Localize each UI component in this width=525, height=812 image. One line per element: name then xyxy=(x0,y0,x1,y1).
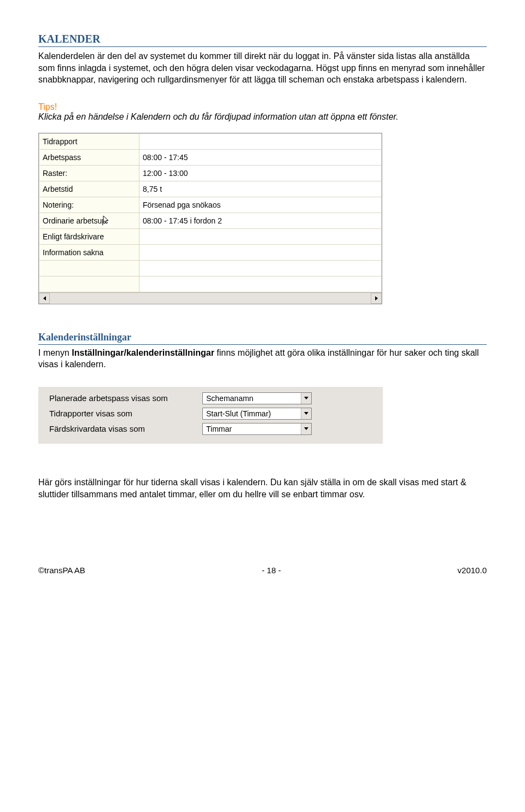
table-row: Ordinarie arbetsup 08:00 - 17:45 i fordo… xyxy=(39,213,382,228)
table-row: Information sakna xyxy=(39,244,382,260)
select-value: Start-Slut (Timmar) xyxy=(203,408,301,419)
select-value: Schemanamn xyxy=(203,393,301,404)
cell-value xyxy=(139,244,382,260)
scroll-left-icon[interactable] xyxy=(39,293,50,304)
cell-label: Arbetspass xyxy=(39,149,139,165)
chevron-down-icon[interactable] xyxy=(301,408,311,419)
settings-row: Färdskrivardata visas som Timmar xyxy=(49,423,377,435)
select-value: Timmar xyxy=(203,423,301,434)
table-row xyxy=(39,276,382,292)
table-row: Arbetspass 08:00 - 17:45 xyxy=(39,149,382,165)
scroll-right-icon[interactable] xyxy=(371,293,382,304)
settings-label: Tidrapporter visas som xyxy=(49,409,202,418)
table-row: Raster: 12:00 - 13:00 xyxy=(39,165,382,181)
table-row: Tidrapport xyxy=(39,133,382,149)
settings-row: Tidrapporter visas som Start-Slut (Timma… xyxy=(49,408,377,420)
cell-value xyxy=(139,260,382,276)
select-planerade[interactable]: Schemanamn xyxy=(202,392,312,404)
settings-label: Planerade arbetspass visas som xyxy=(49,393,202,403)
chevron-down-icon[interactable] xyxy=(301,393,311,404)
tips-label: Tips! xyxy=(38,102,487,112)
cell-label: Ordinarie arbetsup xyxy=(39,213,139,228)
cell-value xyxy=(139,228,382,244)
paragraph-settings-desc: Här görs inställningar för hur tiderna s… xyxy=(38,476,487,500)
cell-value: 12:00 - 13:00 xyxy=(139,165,382,181)
cell-value xyxy=(139,133,382,149)
cell-label: Raster: xyxy=(39,165,139,181)
cell-label xyxy=(39,276,139,292)
heading-kalender: KALENDER xyxy=(38,33,487,47)
settings-row: Planerade arbetspass visas som Schemanam… xyxy=(49,392,377,404)
settings-panel: Planerade arbetspass visas som Schemanam… xyxy=(38,387,383,444)
cell-value: 8,75 t xyxy=(139,181,382,197)
cell-label: Arbetstid xyxy=(39,181,139,197)
cell-label: Notering: xyxy=(39,197,139,213)
cell-value: 08:00 - 17:45 xyxy=(139,149,382,165)
page-footer: ©transPA AB - 18 - v2010.0 xyxy=(38,566,487,575)
table-row: Enligt färdskrivare xyxy=(39,228,382,244)
paragraph-intro: Kalenderdelen är den del av systemet du … xyxy=(38,50,487,86)
footer-right: v2010.0 xyxy=(458,566,487,575)
horizontal-scrollbar[interactable] xyxy=(39,292,382,304)
tips-text: Klicka på en händelse i Kalendern och du… xyxy=(38,112,487,122)
tooltip-table: Tidrapport Arbetspass 08:00 - 17:45 Rast… xyxy=(38,133,382,304)
paragraph-settings-intro: I menyn Inställningar/kalenderinställnin… xyxy=(38,347,487,370)
cell-value xyxy=(139,276,382,292)
cell-label: Enligt färdskrivare xyxy=(39,228,139,244)
table-row: Notering: Försenad pga snökaos xyxy=(39,197,382,213)
cell-label: Tidrapport xyxy=(39,133,139,149)
table-row: Arbetstid 8,75 t xyxy=(39,181,382,197)
select-tidrapporter[interactable]: Start-Slut (Timmar) xyxy=(202,408,312,420)
cell-value: 08:00 - 17:45 i fordon 2 xyxy=(139,213,382,228)
table-row xyxy=(39,260,382,276)
settings-label: Färdskrivardata visas som xyxy=(49,424,202,433)
footer-left: ©transPA AB xyxy=(38,566,85,575)
footer-center: - 18 - xyxy=(262,566,281,575)
heading-kalenderinstallningar: Kalenderinställningar xyxy=(38,332,487,345)
select-fardskrivardata[interactable]: Timmar xyxy=(202,423,312,435)
cell-value: Försenad pga snökaos xyxy=(139,197,382,213)
cell-label xyxy=(39,260,139,276)
cell-label: Information sakna xyxy=(39,244,139,260)
chevron-down-icon[interactable] xyxy=(301,423,311,434)
